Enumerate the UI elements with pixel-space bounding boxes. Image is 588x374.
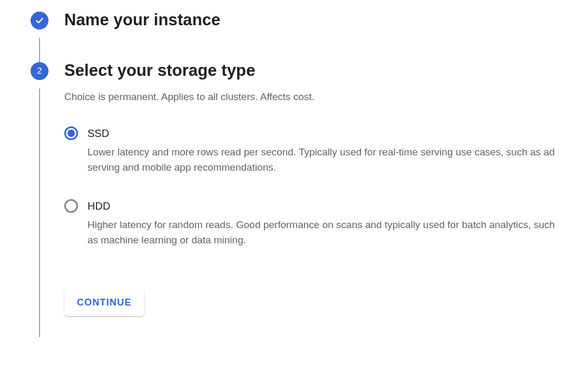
step-body: Select your storage type Choice is perma… [48,59,567,337]
check-icon [35,16,44,25]
step-number-badge: 2 [31,62,48,80]
continue-button[interactable]: CONTINUE [64,289,144,316]
step-actions: CONTINUE [64,289,567,316]
option-label-hdd: HDD [87,199,567,213]
step-body: Name your instance [48,8,567,59]
radio-selected-icon[interactable] [64,126,78,140]
step-subtitle: Choice is permanent. Applies to all clus… [64,90,567,104]
option-text: SSD Lower latency and more rows read per… [78,126,567,175]
option-label-ssd: SSD [87,126,567,140]
step-name-instance[interactable]: Name your instance [31,8,567,59]
step-title-name-instance: Name your instance [64,11,567,29]
step-number: 2 [37,66,42,76]
stepper: Name your instance 2 Select your storage… [0,0,588,337]
storage-options: SSD Lower latency and more rows read per… [64,126,567,248]
step-complete-icon [31,12,48,29]
step-rail: 2 [31,59,48,337]
option-desc-ssd: Lower latency and more rows read per sec… [87,144,567,175]
step-connector [39,88,40,337]
option-desc-hdd: Higher latency for random reads. Good pe… [87,217,567,248]
step-rail [31,8,48,59]
option-ssd[interactable]: SSD Lower latency and more rows read per… [64,126,567,175]
option-hdd[interactable]: HDD Higher latency for random reads. Goo… [64,199,567,248]
step-storage-type: 2 Select your storage type Choice is per… [31,59,567,337]
option-text: HDD Higher latency for random reads. Goo… [78,199,567,248]
step-title-storage-type: Select your storage type [64,61,567,80]
radio-unselected-icon[interactable] [64,199,78,213]
